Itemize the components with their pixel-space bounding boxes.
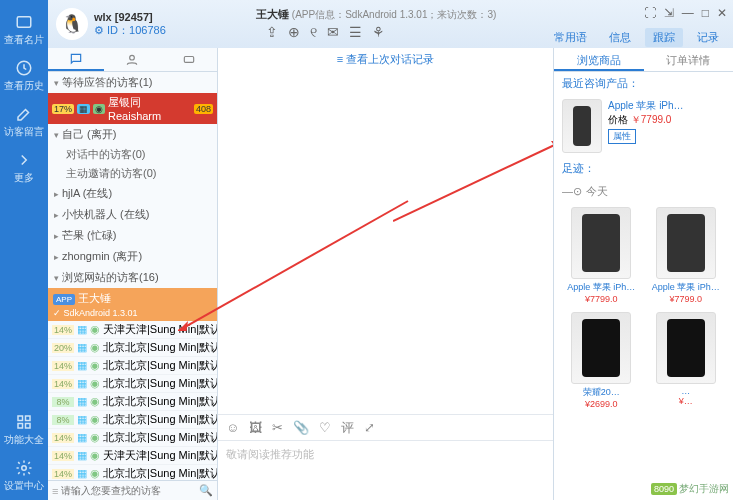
export-icon[interactable]: ⇪ <box>266 24 278 41</box>
nav-settings[interactable]: 设置中心 <box>4 454 44 498</box>
product-card[interactable]: Apple 苹果 iPh…¥7799.0 <box>647 207 726 304</box>
nav-apps[interactable]: 功能大全 <box>4 408 44 452</box>
left-nav: 查看名片 查看历史 访客留言 更多 功能大全 设置中心 <box>0 0 48 500</box>
vtab-person[interactable] <box>104 48 160 71</box>
contact-sub: (APP信息：SdkAndroid 1.3.01；来访次数：3) <box>292 9 497 20</box>
list-icon[interactable]: ☰ <box>349 24 362 41</box>
nav-message[interactable]: 访客留言 <box>4 100 44 144</box>
add-icon[interactable]: ⊕ <box>288 24 300 41</box>
pin-icon[interactable]: ⇲ <box>664 6 674 20</box>
text-icon[interactable]: 评 <box>341 419 354 437</box>
svg-rect-2 <box>18 416 23 421</box>
os-icon: ▦ <box>77 377 87 390</box>
avatar[interactable]: 🐧 <box>56 8 88 40</box>
cut-icon[interactable]: ✂ <box>272 420 283 435</box>
visitor-text: 北京北京|Sung Min|默认代码 <box>103 376 217 391</box>
file-icon[interactable]: 📎 <box>293 420 309 435</box>
product-card[interactable]: Apple 苹果 iPh…¥7799.0 <box>562 207 641 304</box>
people-icon[interactable]: ⚘ <box>372 24 385 41</box>
chat-title: 王大锤 (APP信息：SdkAndroid 1.3.01；来访次数：3) ⇪ ⊕… <box>256 7 497 41</box>
browser-icon: ◉ <box>90 359 100 372</box>
product-card[interactable]: …¥… <box>647 312 726 409</box>
product-image <box>562 99 602 153</box>
image-icon[interactable]: 🖼 <box>249 420 262 435</box>
visitor-row[interactable]: 20%▦◉北京北京|Sung Min|默认代码 <box>48 339 217 357</box>
product-card[interactable]: 荣耀20…¥2699.0 <box>562 312 641 409</box>
close-icon[interactable]: ✕ <box>717 6 727 20</box>
mail-icon[interactable]: ✉ <box>327 24 339 41</box>
person-icon <box>125 53 139 67</box>
browser-icon: ◉ <box>90 341 100 354</box>
visitor-text: 北京北京|Sung Min|默认代码 <box>103 466 217 480</box>
visitor-row[interactable]: 14%▦◉天津天津|Sung Min|默认代码 <box>48 447 217 465</box>
expand-icon[interactable]: ⛶ <box>644 6 656 20</box>
emoji-icon[interactable]: ☺ <box>226 420 239 435</box>
user-icon[interactable]: ୧ <box>310 24 317 41</box>
vtab-chat[interactable] <box>48 48 104 71</box>
visitor-row[interactable]: 14%▦◉北京北京|Sung Min|默认代码 <box>48 357 217 375</box>
percent-badge: 14% <box>52 451 74 461</box>
visitor-search: ≡ 🔍 <box>48 480 217 500</box>
svg-marker-10 <box>178 321 188 331</box>
history-link[interactable]: ≡ 查看上次对话记录 <box>218 48 553 71</box>
visitor-text: 天津天津|Sung Min|默认代码 <box>103 448 217 463</box>
minimize-icon[interactable]: — <box>682 6 694 20</box>
nav-history[interactable]: 查看历史 <box>4 54 44 98</box>
visitor-text: 北京北京|Sung Min|默认代码 <box>103 430 217 445</box>
visitor-tabs <box>48 48 217 72</box>
user-block: wlx [92457] ⚙ ID：106786 <box>94 11 166 38</box>
visitor-row[interactable]: 8%▦◉北京北京|Sung Min|默认代码 <box>48 393 217 411</box>
product-grid-1: Apple 苹果 iPh…¥7799.0 Apple 苹果 iPh…¥7799.… <box>554 203 733 308</box>
pending-visitor-row[interactable]: 17% ▦ ◉ 屋银同Reaisharm 408 <box>48 93 217 124</box>
tab-info[interactable]: 信息 <box>601 28 639 47</box>
maximize-icon[interactable]: □ <box>702 6 709 20</box>
visitor-row[interactable]: 14%▦◉北京北京|Sung Min|默认代码 <box>48 429 217 447</box>
group-pending[interactable]: 等待应答的访客(1) <box>48 72 217 93</box>
product-image <box>571 207 631 279</box>
self-invited[interactable]: 主动邀请的访客(0) <box>48 164 217 183</box>
chat-toolbar-icons: ⇪ ⊕ ୧ ✉ ☰ ⚘ <box>266 24 497 41</box>
chevron-icon[interactable]: ≡ <box>52 485 58 497</box>
rtab-order[interactable]: 订单详情 <box>644 48 734 71</box>
browser-icon: ◉ <box>90 377 100 390</box>
rtab-browse[interactable]: 浏览商品 <box>554 48 644 71</box>
browser-icon: ◉ <box>90 413 100 426</box>
percent-badge: 14% <box>52 433 74 443</box>
tab-record[interactable]: 记录 <box>689 28 727 47</box>
chat-body <box>218 71 553 414</box>
visitor-row[interactable]: 14%▦◉北京北京|Sung Min|默认代码 <box>48 375 217 393</box>
browser-icon: ◉ <box>90 395 100 408</box>
vtab-msg[interactable] <box>161 48 217 71</box>
os-icon: ▦ <box>77 323 87 336</box>
chat-area: ≡ 查看上次对话记录 ☺ 🖼 ✂ 📎 ♡ 评 ⤢ 敬请阅读推荐功能 <box>218 48 553 500</box>
nav-more[interactable]: 更多 <box>4 146 44 190</box>
property-button[interactable]: 属性 <box>608 129 636 144</box>
product-image <box>656 207 716 279</box>
tab-track[interactable]: 跟踪 <box>645 28 683 47</box>
svg-rect-5 <box>26 424 31 429</box>
product-grid-2: 荣耀20…¥2699.0 …¥… <box>554 308 733 413</box>
search-input[interactable] <box>61 485 196 496</box>
gear-icon <box>15 459 33 477</box>
visitor-row[interactable]: 14%▦◉北京北京|Sung Min|默认代码 <box>48 465 217 480</box>
search-icon[interactable]: 🔍 <box>199 484 213 497</box>
expand-input-icon[interactable]: ⤢ <box>364 420 375 435</box>
track-title: 足迹： <box>554 157 733 180</box>
os-icon: ▦ <box>77 431 87 444</box>
percent-badge: 14% <box>52 361 74 371</box>
nav-card[interactable]: 查看名片 <box>4 8 44 52</box>
edit-icon <box>15 105 33 123</box>
group-self[interactable]: 自己 (离开) <box>48 124 217 145</box>
recent-product[interactable]: Apple 苹果 iPh… 价格 ￥7799.0 属性 <box>554 95 733 157</box>
chat-input[interactable]: 敬请阅读推荐功能 <box>218 440 553 500</box>
os-icon: ▦ <box>77 449 87 462</box>
heart-icon[interactable]: ♡ <box>319 420 331 435</box>
visitor-row[interactable]: 8%▦◉北京北京|Sung Min|默认代码 <box>48 411 217 429</box>
clock-icon <box>15 59 33 77</box>
svg-point-7 <box>130 55 135 60</box>
visitor-text: 北京北京|Sung Min|默认代码 <box>103 340 217 355</box>
watermark: 8090 梦幻手游网 <box>651 482 729 496</box>
self-chatting[interactable]: 对话中的访客(0) <box>48 145 217 164</box>
browser-icon: ◉ <box>90 431 100 444</box>
tab-phrases[interactable]: 常用语 <box>546 28 595 47</box>
